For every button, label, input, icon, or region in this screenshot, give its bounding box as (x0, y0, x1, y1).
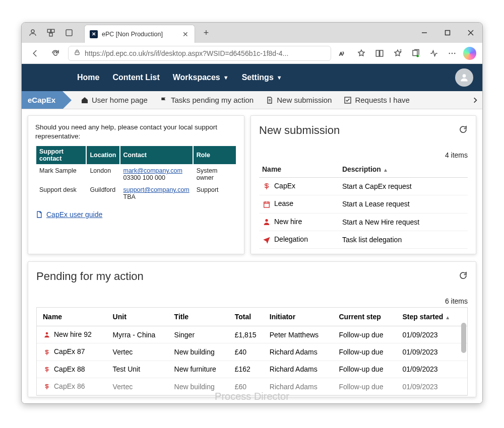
checkbox-icon (344, 96, 352, 104)
help-card: Should you need any help, please contact… (28, 115, 244, 254)
back-button[interactable] (28, 46, 43, 61)
th-description[interactable]: Description▲ (339, 161, 468, 178)
svg-rect-3 (49, 33, 52, 36)
breadcrumb-strip: eCapEx User home page Tasks pending my a… (22, 91, 482, 109)
svg-point-17 (449, 52, 450, 53)
dollar-icon (43, 366, 51, 374)
menu-workspaces[interactable]: Workspaces▼ (173, 73, 229, 82)
pending-row[interactable]: New hire 92Myrra - ChinaSinger£1,815Pete… (37, 326, 467, 343)
split-screen-icon[interactable] (372, 46, 387, 61)
new-submission-table: Name Description▲ CapExStart a CapEx req… (259, 161, 468, 249)
address-bar: https://pd.epc.co.uk/rs/if/desktop.aspx?… (22, 43, 482, 64)
card-title: New submission (259, 124, 340, 137)
browser-tab[interactable]: ✕ ePC [Non Production] ✕ (84, 25, 195, 43)
breadcrumb-scroll-right[interactable] (468, 91, 482, 109)
ns-row[interactable]: New hireStart a New Hire request (259, 213, 468, 231)
th-name[interactable]: Name (259, 161, 339, 178)
svg-point-28 (265, 219, 268, 222)
user-avatar-button[interactable] (455, 68, 473, 87)
more-icon[interactable] (445, 46, 459, 61)
sort-asc-icon: ▲ (383, 167, 388, 173)
scrollbar-thumb[interactable] (461, 323, 466, 353)
menu-content-list[interactable]: Content List (112, 73, 159, 82)
tab-actions-icon[interactable] (63, 27, 75, 39)
tab-favicon-icon: ✕ (90, 30, 98, 38)
svg-point-20 (463, 74, 466, 78)
ns-row[interactable]: CapExStart a CapEx request (259, 178, 468, 195)
pending-row[interactable]: CapEx 88Test UnitNew furniture£162Richar… (37, 361, 467, 378)
th-contact: Contact (120, 146, 193, 164)
th-role: Role (194, 146, 236, 164)
pending-table: Name Unit Title Total Initiator Current … (37, 308, 467, 395)
card-title: Pending for my action (36, 270, 144, 283)
support-row: Mark Sample London mark@company.com03300… (36, 165, 236, 183)
svg-point-19 (454, 52, 455, 53)
bc-user-home[interactable]: User home page (81, 96, 148, 104)
th-unit[interactable]: Unit (110, 308, 171, 326)
pending-row[interactable]: CapEx 86VertecNew building£60Richard Ada… (37, 378, 467, 395)
new-tab-button[interactable]: + (199, 26, 213, 40)
favorites-list-icon[interactable] (391, 46, 405, 61)
svg-point-16 (417, 55, 419, 57)
bc-tasks-pending[interactable]: Tasks pending my action (160, 96, 254, 104)
collections-icon[interactable] (409, 46, 423, 61)
lock-icon (74, 49, 81, 57)
svg-rect-4 (66, 30, 72, 36)
pending-scroll: Name Unit Title Total Initiator Current … (36, 307, 468, 396)
svg-rect-1 (47, 29, 50, 32)
profile-icon[interactable] (27, 27, 39, 39)
flag-icon (160, 96, 168, 104)
person-icon (43, 331, 51, 339)
th-title[interactable]: Title (171, 308, 232, 326)
ns-row[interactable]: DelegationTask list delegation (259, 231, 468, 248)
th-step[interactable]: Current step (336, 308, 399, 326)
svg-point-18 (452, 52, 453, 53)
bc-requests[interactable]: Requests I have (344, 96, 409, 104)
user-guide-link[interactable]: CapEx user guide (35, 210, 237, 219)
refresh-icon[interactable] (459, 271, 468, 282)
refresh-icon[interactable] (459, 125, 468, 136)
th-total[interactable]: Total (232, 308, 267, 326)
svg-rect-12 (380, 50, 383, 56)
support-table: Support contact Location Contact Role Ma… (35, 145, 237, 203)
person-icon (262, 218, 271, 227)
svg-point-29 (46, 332, 48, 335)
url-text: https://pd.epc.co.uk/rs/if/desktop.aspx?… (85, 49, 326, 57)
svg-rect-15 (413, 50, 417, 56)
th-started[interactable]: Step started ▲ (399, 308, 467, 326)
th-initiator[interactable]: Initiator (267, 308, 336, 326)
url-box[interactable]: https://pd.epc.co.uk/rs/if/desktop.aspx?… (68, 46, 331, 61)
dollar-icon (262, 182, 271, 191)
pending-row[interactable]: CapEx 87VertecNew building£40Richard Ada… (37, 343, 467, 361)
close-tab-icon[interactable]: ✕ (181, 29, 190, 39)
breadcrumb-root[interactable]: eCapEx (22, 91, 62, 109)
ns-row[interactable]: LeaseStart a Lease request (259, 195, 468, 213)
svg-rect-6 (446, 31, 450, 35)
home-icon (81, 96, 89, 104)
copilot-icon[interactable] (463, 47, 476, 60)
favorite-icon[interactable] (354, 46, 368, 61)
help-message: Should you need any help, please contact… (35, 123, 237, 141)
th-location: Location (87, 146, 119, 164)
performance-icon[interactable] (427, 46, 441, 61)
email-link[interactable]: mark@company.com (123, 167, 182, 174)
maximize-button[interactable] (436, 23, 459, 43)
close-window-button[interactable] (459, 23, 482, 43)
menu-settings[interactable]: Settings▼ (242, 73, 282, 82)
app-menubar: Home Content List Workspaces▼ Settings▼ (22, 64, 482, 91)
support-row: Support desk Guildford support@company.c… (36, 184, 236, 202)
bc-new-submission[interactable]: New submission (266, 96, 332, 104)
menu-home[interactable]: Home (77, 73, 99, 82)
th-name[interactable]: Name (37, 308, 110, 326)
refresh-button[interactable] (48, 46, 63, 61)
email-link[interactable]: support@company.com (123, 186, 190, 193)
dollar-icon (43, 348, 51, 356)
pdf-icon (35, 210, 43, 219)
minimize-button[interactable] (413, 23, 436, 43)
read-aloud-icon[interactable]: A⁾ (336, 46, 350, 61)
svg-rect-9 (75, 52, 79, 54)
chevron-down-icon: ▼ (277, 75, 282, 81)
new-submission-card: New submission 4 items Name Description▲… (250, 115, 476, 254)
svg-rect-24 (264, 202, 270, 207)
workspaces-icon[interactable] (45, 27, 57, 39)
